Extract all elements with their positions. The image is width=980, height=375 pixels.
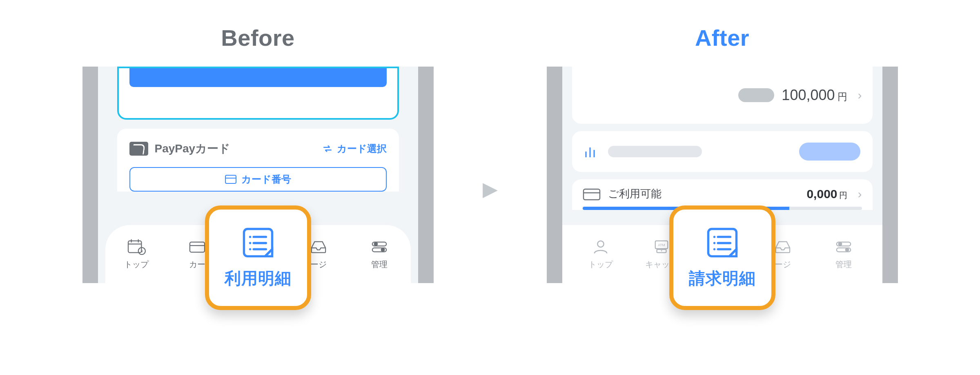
svg-rect-2 [128,241,141,252]
phone-bezel-right [882,67,898,283]
atm-icon: ATM ¥ [652,239,671,255]
after-callout[interactable]: 請求明細 [669,205,775,310]
card-switch-label: カード選択 [337,142,387,155]
phone-bezel-left [547,67,562,283]
balance-unit: 円 [837,90,847,103]
balance-value: 100,000 [782,87,835,104]
tab-manage[interactable]: 管理 [355,239,404,270]
svg-text:ATM: ATM [658,243,665,247]
svg-point-40 [713,248,715,250]
svg-point-13 [381,248,385,251]
svg-rect-24 [584,189,600,200]
inbox-icon [309,239,328,255]
bar-chart-icon [584,145,599,158]
svg-point-34 [846,248,849,251]
tab-top[interactable]: ¥ トップ [112,239,161,270]
chart-row[interactable] [572,131,873,172]
available-value: 0,000 [806,187,837,201]
chevron-right-icon: › [858,88,862,102]
sliders-icon [370,239,389,255]
svg-point-38 [713,242,715,244]
phone-bezel-left [82,67,98,283]
available-amount: 0,000 円 [806,187,847,201]
svg-point-12 [374,242,378,246]
card-icon [225,175,236,184]
tab-label: ージ [310,259,327,270]
inbox-icon [773,239,792,255]
tab-label: 管理 [835,259,852,270]
grey-pill-placeholder [738,88,774,102]
after-phone-frame: 100,000円 › [547,67,898,283]
chevron-right-icon: › [858,187,862,201]
calendar-yen-icon: ¥ [127,239,146,255]
card-outline-icon [188,239,207,255]
card-switch-link[interactable]: カード選択 [322,142,387,155]
before-phone-frame: PayPayカード カード選択 [82,67,434,283]
blue-pill-button[interactable] [799,143,860,161]
arrow-separator-icon: ▶ [483,177,498,200]
before-heading: Before [221,25,294,51]
card-number-button[interactable]: カード番号 [129,167,387,192]
after-stack: 100,000円 › [562,67,882,210]
svg-text:¥: ¥ [661,249,662,252]
svg-point-33 [839,242,842,246]
placeholder-line [608,146,702,157]
card-number-label: カード番号 [241,173,291,186]
svg-point-17 [249,242,251,244]
phone-bezel-right [418,67,434,283]
tab-label: カー [189,259,205,270]
svg-rect-8 [190,242,205,252]
card-outline-icon [583,188,601,201]
before-hero-card [117,67,399,120]
balance-row[interactable]: 100,000円 › [572,67,873,124]
card-header: PayPayカード カード選択 [129,141,387,156]
svg-text:¥: ¥ [140,249,143,253]
tab-label: トップ [588,259,613,270]
before-callout[interactable]: 利用明細 [205,205,311,310]
statement-icon [240,226,276,260]
brand-name: PayPayカード [155,141,231,156]
available-label: ご利用可能 [608,187,800,201]
svg-point-36 [713,236,715,238]
comparison-stage: Before PayPayカード [0,0,980,283]
svg-rect-0 [225,175,236,183]
tab-label: ージ [775,259,791,270]
before-pane: Before PayPayカード [70,25,446,283]
available-unit: 円 [839,190,847,201]
brand-row: PayPayカード [129,141,231,156]
hero-primary-button[interactable] [129,68,387,87]
tab-label: トップ [124,259,149,270]
balance-amount: 100,000円 [782,87,847,104]
after-pane: After 100,000円 › [535,25,910,283]
before-card-panel: PayPayカード カード選択 [117,129,399,192]
paypay-logo-icon [129,142,148,156]
before-callout-label: 利用明細 [225,267,292,290]
after-callout-label: 請求明細 [689,267,756,290]
tab-label: 管理 [371,259,388,270]
svg-point-26 [597,241,604,247]
person-icon [591,239,610,255]
sliders-icon [834,239,853,255]
svg-point-15 [249,236,251,238]
tab-top[interactable]: トップ [576,239,625,270]
statement-icon [704,226,740,260]
available-top: ご利用可能 0,000 円 › [583,187,862,201]
after-heading: After [695,25,749,51]
svg-point-19 [249,248,251,250]
tab-manage[interactable]: 管理 [819,239,868,270]
swap-icon [322,143,333,154]
